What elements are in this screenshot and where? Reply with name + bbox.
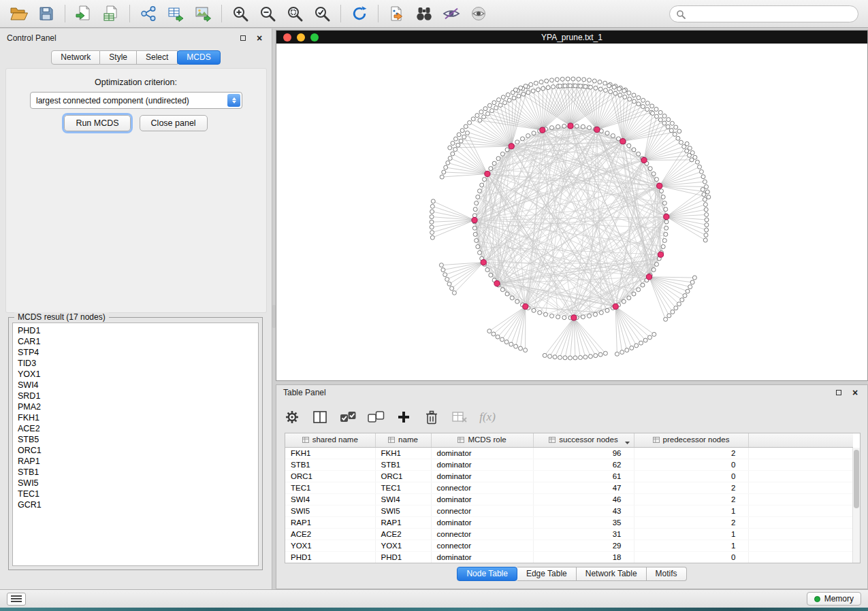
network-node[interactable] bbox=[673, 132, 677, 136]
status-menu-button[interactable] bbox=[7, 593, 26, 606]
network-node[interactable] bbox=[534, 81, 538, 85]
cell-role[interactable]: dominator bbox=[431, 459, 533, 470]
network-node[interactable] bbox=[705, 213, 709, 217]
network-node[interactable] bbox=[517, 94, 521, 98]
cell-shared_name[interactable]: FKH1 bbox=[285, 447, 375, 459]
network-node[interactable] bbox=[441, 268, 445, 272]
network-node[interactable] bbox=[550, 126, 554, 130]
network-node[interactable] bbox=[450, 286, 454, 291]
network-node[interactable] bbox=[446, 161, 450, 165]
network-node[interactable] bbox=[563, 356, 567, 360]
network-hub-node[interactable] bbox=[571, 315, 577, 320]
network-node[interactable] bbox=[607, 84, 611, 88]
network-node[interactable] bbox=[664, 317, 668, 321]
network-node[interactable] bbox=[512, 96, 516, 100]
network-node[interactable] bbox=[558, 355, 562, 359]
network-node[interactable] bbox=[492, 101, 496, 105]
network-node[interactable] bbox=[685, 142, 689, 146]
cell-name[interactable]: YOX1 bbox=[375, 540, 431, 551]
network-node[interactable] bbox=[473, 232, 477, 236]
hide-selected-button[interactable] bbox=[438, 2, 465, 25]
network-node[interactable] bbox=[505, 148, 509, 152]
network-node[interactable] bbox=[655, 114, 659, 118]
cell-name[interactable]: SWI5 bbox=[375, 505, 431, 516]
network-node[interactable] bbox=[575, 124, 579, 128]
cell-shared_name[interactable]: YOX1 bbox=[285, 540, 375, 551]
network-node[interactable] bbox=[707, 195, 711, 199]
network-node[interactable] bbox=[652, 268, 656, 272]
tab-edge-table[interactable]: Edge Table bbox=[517, 567, 577, 581]
network-node[interactable] bbox=[544, 312, 548, 316]
mcds-result-item[interactable]: SRD1 bbox=[18, 391, 253, 401]
network-node[interactable] bbox=[702, 193, 706, 197]
network-node[interactable] bbox=[686, 289, 690, 293]
network-node[interactable] bbox=[618, 93, 622, 97]
network-node[interactable] bbox=[548, 354, 552, 359]
network-node[interactable] bbox=[445, 278, 449, 282]
mcds-result-item[interactable]: SWI5 bbox=[18, 478, 253, 489]
cell-name[interactable]: ORC1 bbox=[375, 470, 431, 482]
network-node[interactable] bbox=[688, 146, 692, 150]
network-node[interactable] bbox=[652, 332, 656, 336]
mcds-result-item[interactable]: TID3 bbox=[18, 358, 253, 369]
network-node[interactable] bbox=[664, 232, 668, 236]
network-node[interactable] bbox=[648, 335, 652, 340]
network-node[interactable] bbox=[471, 117, 475, 121]
network-node[interactable] bbox=[521, 137, 525, 141]
network-node[interactable] bbox=[622, 299, 626, 303]
cell-successors[interactable]: 18 bbox=[533, 551, 634, 563]
dropdown-stepper-icon[interactable] bbox=[227, 94, 240, 107]
network-node[interactable] bbox=[568, 356, 573, 360]
network-node[interactable] bbox=[704, 233, 708, 237]
network-hub-node[interactable] bbox=[485, 171, 490, 176]
network-node[interactable] bbox=[632, 99, 636, 103]
network-node[interactable] bbox=[573, 356, 577, 360]
cell-name[interactable]: STB1 bbox=[375, 459, 431, 470]
cell-name[interactable]: PHD1 bbox=[375, 551, 431, 563]
cell-predecessors[interactable]: 0 bbox=[634, 459, 748, 470]
mcds-result-item[interactable]: ORC1 bbox=[18, 445, 253, 456]
mcds-result-list[interactable]: PHD1CAR1STP4TID3YOX1SWI4SRD1PMA2FKH1ACE2… bbox=[12, 323, 259, 566]
network-node[interactable] bbox=[459, 139, 463, 143]
network-node[interactable] bbox=[538, 311, 542, 315]
network-title-bar[interactable]: YPA_prune.txt_1 bbox=[276, 31, 867, 44]
network-node[interactable] bbox=[698, 165, 702, 169]
network-node[interactable] bbox=[524, 84, 528, 88]
network-node[interactable] bbox=[487, 329, 492, 333]
mcds-result-item[interactable]: PHD1 bbox=[18, 325, 253, 336]
network-node[interactable] bbox=[498, 103, 502, 108]
network-node[interactable] bbox=[541, 86, 545, 90]
table-row[interactable]: SWI5SWI5connector431 bbox=[285, 505, 853, 516]
network-node[interactable] bbox=[598, 87, 602, 91]
network-node[interactable] bbox=[695, 160, 699, 164]
tab-style[interactable]: Style bbox=[100, 50, 137, 65]
network-node[interactable] bbox=[648, 167, 652, 171]
network-node[interactable] bbox=[658, 118, 662, 122]
network-node[interactable] bbox=[496, 156, 500, 161]
column-header-MCDS-role[interactable]: MCDS role bbox=[431, 433, 533, 447]
table-row[interactable]: SWI4SWI4dominator462 bbox=[285, 493, 853, 505]
network-node[interactable] bbox=[703, 180, 707, 184]
network-node[interactable] bbox=[637, 152, 641, 156]
network-node[interactable] bbox=[496, 335, 500, 339]
cell-successors[interactable]: 46 bbox=[533, 493, 634, 505]
network-node[interactable] bbox=[473, 208, 477, 212]
network-node[interactable] bbox=[543, 353, 547, 357]
network-svg[interactable] bbox=[276, 44, 867, 380]
network-node[interactable] bbox=[703, 238, 707, 242]
cell-role[interactable]: connector bbox=[431, 528, 533, 540]
network-node[interactable] bbox=[617, 87, 622, 91]
network-node[interactable] bbox=[532, 131, 536, 135]
network-node[interactable] bbox=[489, 273, 493, 277]
mcds-result-item[interactable]: SWI4 bbox=[18, 380, 253, 391]
network-node[interactable] bbox=[451, 142, 455, 146]
network-node[interactable] bbox=[566, 77, 570, 81]
mcds-result-item[interactable]: STB1 bbox=[18, 467, 253, 478]
select-all-button[interactable] bbox=[339, 408, 357, 426]
mcds-result-item[interactable]: ACE2 bbox=[18, 423, 253, 434]
network-node[interactable] bbox=[487, 103, 492, 108]
network-node[interactable] bbox=[439, 263, 443, 267]
network-node[interactable] bbox=[628, 97, 632, 101]
network-node[interactable] bbox=[510, 296, 514, 300]
network-node[interactable] bbox=[592, 79, 596, 83]
